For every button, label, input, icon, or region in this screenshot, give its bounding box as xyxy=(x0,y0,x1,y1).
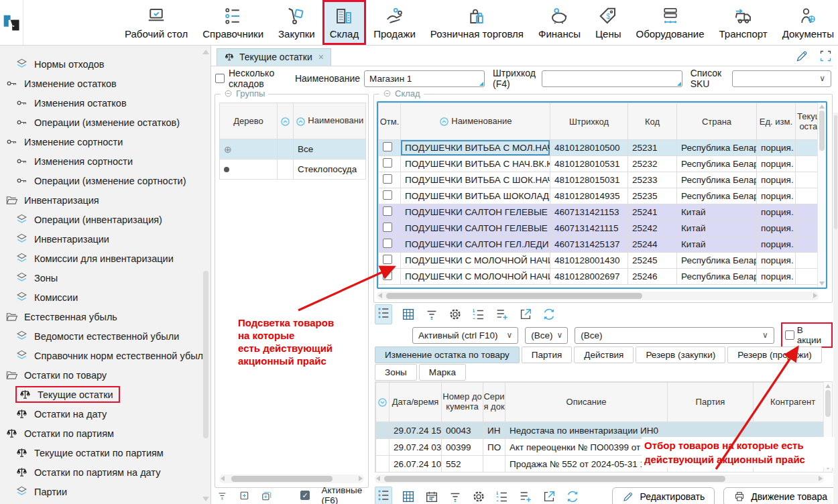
grid-view-icon[interactable] xyxy=(401,307,416,322)
sort-down-icon[interactable] xyxy=(377,397,387,407)
scroll-up-icon[interactable] xyxy=(202,50,209,54)
product-row[interactable]: ПОДУШЕЧКИ С МОЛОЧНОЙ НАЧИ481012800269725… xyxy=(379,269,828,285)
product-row[interactable]: ПОДУШЕЧКИ ВИТЬБА С МОЛ.НАЧ.4810128010500… xyxy=(379,140,828,156)
goods-movement-button[interactable]: Движение товара xyxy=(723,487,837,504)
select-region-icon[interactable] xyxy=(819,49,833,63)
sidebar-item-stock-change[interactable]: Изменение остатков xyxy=(0,74,211,93)
list-view-icon[interactable] xyxy=(375,487,392,504)
group-row-all[interactable]: ⊕ Все xyxy=(220,139,366,160)
tab-current-stock[interactable]: Текущие остатки × xyxy=(217,48,331,66)
tab-reserve-purchase[interactable]: Резерв (закупки) xyxy=(636,346,725,363)
product-row-promo[interactable]: ПОДУШЕЧКИ САЛТОН ГЕЛЕВЫЕ ПО4607131421115… xyxy=(379,220,828,237)
product-row-promo[interactable]: ПОДУШЕЧКИ САЛТОН ГЕЛЕВЫЕ ПО4607131421153… xyxy=(379,204,828,220)
sidebar-item-stock-changes[interactable]: Изменения остатков xyxy=(0,93,211,113)
status-select[interactable]: Активный (ctrl F10)∨ xyxy=(412,327,518,344)
sidebar-item-stock-change-ops[interactable]: Операции (изменение остатков) xyxy=(0,113,211,132)
row-checkbox[interactable] xyxy=(383,206,392,216)
sidebar-item-stock-by-batches[interactable]: Остатки по партиям xyxy=(0,424,211,443)
tab-batch[interactable]: Партия xyxy=(522,346,572,363)
all-select-2[interactable]: (Все)∨ xyxy=(575,327,774,344)
col-barcode[interactable]: Штрихкод xyxy=(550,103,628,140)
export-icon[interactable] xyxy=(518,307,533,322)
sidebar-item-inventory-ops[interactable]: Операции (инвентаризация) xyxy=(0,210,211,229)
col-datetime[interactable]: Дата/время xyxy=(390,383,442,422)
nav-references[interactable]: Справочники xyxy=(195,0,271,45)
sidebar-item-batches[interactable]: Партии xyxy=(0,482,211,501)
product-row[interactable]: ПОДУШЕЧКИ ВИТЬБА С НАЧ.ВК.КОН48101280105… xyxy=(379,156,828,172)
nav-desktop[interactable]: Рабочий стол xyxy=(117,0,195,45)
product-row[interactable]: ПОДУШЕЧКИ С МОЛОЧНОЙ НАЧИ481012800143025… xyxy=(379,253,828,269)
filter-icon[interactable] xyxy=(424,307,439,322)
promo-checkbox[interactable] xyxy=(785,330,794,340)
nav-transport[interactable]: Транспорт xyxy=(712,0,775,45)
sidebar-item-waste-norms[interactable]: Нормы отходов xyxy=(0,54,211,74)
sidebar-item-zones[interactable]: Зоны xyxy=(0,268,211,288)
filter-icon[interactable] xyxy=(448,489,463,504)
warehouse-hscrollbar[interactable] xyxy=(377,292,819,300)
add-box-icon[interactable] xyxy=(239,489,250,503)
sidebar-item-current-batch-stock[interactable]: Текущие остатки по партиям xyxy=(0,443,211,462)
sidebar-item-grade-changes[interactable]: Изменения сортности xyxy=(0,151,211,171)
sidebar-item-inventory-commissions[interactable]: Комиссии для инвентаризации xyxy=(0,249,211,268)
col-batch[interactable]: Партия xyxy=(668,383,754,422)
add-box-stack-icon[interactable] xyxy=(261,489,272,503)
row-checkbox[interactable] xyxy=(383,142,392,151)
row-checkbox[interactable] xyxy=(383,190,392,200)
row-checkbox[interactable] xyxy=(383,271,392,280)
nav-documents[interactable]: Документы xyxy=(775,0,838,45)
nav-finance[interactable]: Финансы xyxy=(531,0,588,45)
all-select-1[interactable]: (Все)∨ xyxy=(525,327,568,344)
sidebar-item-natural-loss-norms[interactable]: Справочник норм естественной убыли xyxy=(0,346,211,365)
sidebar-item-commissions[interactable]: Комиссии xyxy=(0,288,211,307)
product-row[interactable]: ПОДУШЕЧКИ ВИТЬБА ШОКОЛАДНО48101280149352… xyxy=(379,188,828,204)
col-name[interactable]: Наименование xyxy=(401,103,550,140)
product-row-promo[interactable]: ПОДУШЕЧКИ САЛТОН ГЕЛ.ЛЕДИ Д/460713142513… xyxy=(379,237,828,253)
add-list-icon[interactable] xyxy=(518,489,533,504)
nav-prices[interactable]: Цены xyxy=(588,0,629,45)
sort-up-icon[interactable] xyxy=(296,117,306,127)
collapse-icon[interactable] xyxy=(383,89,392,98)
sidebar-item-batch-stock-on-date[interactable]: Остатки по партиям на дату xyxy=(0,462,211,482)
row-checkbox[interactable] xyxy=(383,255,392,264)
sort-up-icon[interactable] xyxy=(439,117,449,127)
list-view-icon[interactable] xyxy=(375,304,392,324)
col-unit[interactable]: Ед. изм. xyxy=(757,103,796,140)
nav-equipment[interactable]: Оборудование xyxy=(629,0,712,45)
sidebar-item-inventories[interactable]: Инвентаризации xyxy=(0,229,211,249)
col-tree[interactable]: Дерево xyxy=(220,103,278,139)
groups-hscrollbar[interactable] xyxy=(219,475,364,483)
expand-plus-icon[interactable]: ⊕ xyxy=(224,144,232,155)
col-code[interactable]: Код xyxy=(628,103,677,140)
col-mark[interactable]: Отм. xyxy=(379,103,401,140)
sidebar-item-stock-by-product[interactable]: Остатки по товару xyxy=(0,365,211,385)
sku-select[interactable]: ∨ xyxy=(732,70,831,87)
sidebar-item-inventory[interactable]: Инвентаризация xyxy=(0,190,211,210)
row-checkbox[interactable] xyxy=(383,223,392,232)
sidebar-item-stock-on-date[interactable]: Остатки на дату xyxy=(0,404,211,424)
scroll-thumb[interactable] xyxy=(203,271,208,438)
nav-sales[interactable]: Продажи xyxy=(366,0,423,45)
tab-reserve-sales[interactable]: Резерв (продажи) xyxy=(727,346,822,363)
col-description[interactable]: Описание xyxy=(505,383,668,422)
col-country[interactable]: Страна xyxy=(677,103,757,140)
tab-actions[interactable]: Действия xyxy=(574,346,634,363)
refresh-icon[interactable] xyxy=(565,489,580,504)
sidebar-item-grade-change-ops[interactable]: Операции (изменение сортности) xyxy=(0,171,211,190)
export-icon[interactable] xyxy=(542,489,556,504)
name-input[interactable] xyxy=(364,70,485,87)
numbered-list-icon[interactable] xyxy=(471,307,486,322)
tab-zones[interactable]: Зоны xyxy=(375,364,417,381)
group-row-glassware[interactable]: Стеклопосуда xyxy=(220,160,366,180)
gear-icon[interactable] xyxy=(471,489,486,504)
close-icon[interactable]: × xyxy=(318,52,324,62)
nav-purchases[interactable]: Закупки xyxy=(271,0,322,45)
sidebar-item-current-stock[interactable]: Текущие остатки xyxy=(0,385,211,404)
numbered-list-icon[interactable] xyxy=(495,489,510,504)
sort-up-icon[interactable] xyxy=(280,117,290,127)
col-name[interactable]: Наименовани xyxy=(294,103,366,139)
collapse-icon[interactable] xyxy=(224,89,233,98)
col-contragent[interactable]: Контрагент xyxy=(754,383,833,422)
col-sort[interactable] xyxy=(278,103,294,139)
col-docnumber[interactable]: Номер документа xyxy=(442,383,483,422)
nav-warehouse[interactable]: Склад xyxy=(322,0,366,45)
